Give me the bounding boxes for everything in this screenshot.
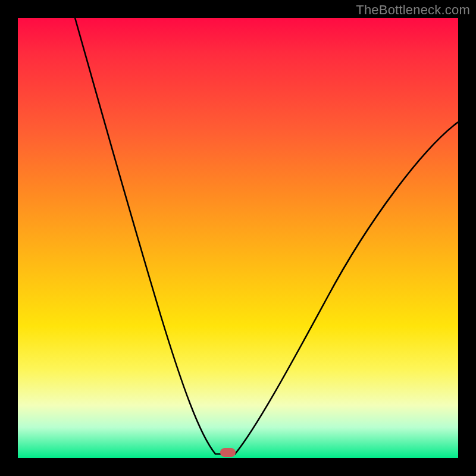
bottleneck-curve — [18, 18, 458, 458]
plot-area — [18, 18, 458, 458]
curve-path — [75, 18, 458, 454]
watermark-text: TheBottleneck.com — [356, 2, 470, 18]
optimal-marker — [220, 448, 236, 457]
chart-canvas: TheBottleneck.com — [0, 0, 476, 476]
